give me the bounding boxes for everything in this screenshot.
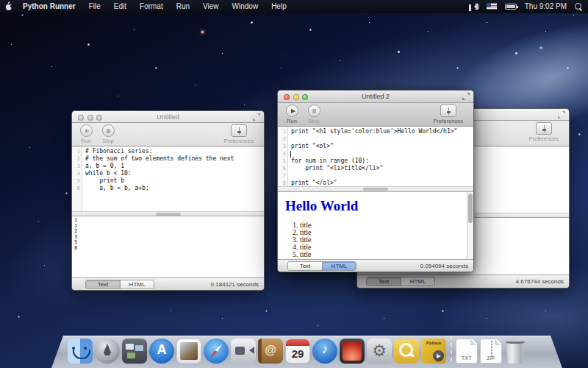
mission-control-icon[interactable] <box>122 339 147 364</box>
app-store-icon[interactable] <box>149 339 174 364</box>
menu-format[interactable]: Format <box>133 2 170 10</box>
code-text: # the sum of two elements defines the ne… <box>82 155 234 163</box>
segment-html-button[interactable]: HTML <box>401 277 434 286</box>
stop-button[interactable]: Stop <box>306 105 322 124</box>
line-number: 1 <box>278 128 288 135</box>
dock-divider <box>448 336 453 364</box>
preferences-button[interactable]: Preferences <box>529 122 559 142</box>
rendered-list-item: title <box>300 236 473 244</box>
segment-html-button[interactable]: HTML <box>322 262 356 270</box>
close-button[interactable] <box>78 115 84 121</box>
run-button[interactable]: Run <box>284 105 300 124</box>
execution-time: 0.054094 seconds <box>420 263 468 269</box>
app-menu-title[interactable]: Python Runner <box>16 2 82 10</box>
output-mode-segment: Text HTML <box>85 280 154 289</box>
preferences-button[interactable]: Preferences <box>224 124 254 144</box>
menu-run[interactable]: Run <box>170 2 196 10</box>
code-line: 1 print "<h1 style='color:blue'>Hello Wo… <box>278 128 473 135</box>
menu-window[interactable]: Window <box>226 2 265 10</box>
code-line: 5 for num in range (10): <box>278 158 473 165</box>
minimize-button[interactable] <box>87 115 93 121</box>
toolbar: Run Stop Preferences <box>278 103 473 127</box>
line-number: 7 <box>278 172 288 180</box>
zoom-button[interactable] <box>302 94 308 100</box>
window-untitled-2: Untitled 2 Run Stop Preferences <box>277 90 474 272</box>
horizontal-scrollbar[interactable] <box>72 211 264 216</box>
preferences-button[interactable]: Preferences <box>434 105 463 124</box>
code-text <box>288 135 291 143</box>
spotlight-icon[interactable] <box>575 3 582 10</box>
finder-icon[interactable] <box>68 339 93 364</box>
execution-time: 0.184121 seconds <box>211 281 259 288</box>
play-icon <box>286 105 298 117</box>
segment-text-button[interactable]: Text <box>367 277 401 286</box>
zip-file-icon[interactable]: ZIP <box>480 339 502 364</box>
stop-button[interactable]: Stop <box>100 124 116 144</box>
code-line: 2 # the sum of two elements defines the … <box>72 155 264 163</box>
preferences-slider-icon <box>440 105 456 117</box>
window-title: Untitled 2 <box>362 93 390 100</box>
trash-icon[interactable] <box>504 341 526 364</box>
system-preferences-icon[interactable] <box>367 339 392 364</box>
photo-booth-icon[interactable] <box>340 339 365 364</box>
title-bar[interactable]: Untitled <box>72 111 264 123</box>
line-number: 1 <box>72 148 82 155</box>
mail-icon[interactable] <box>176 339 201 364</box>
code-text: print "<ol>" <box>288 143 334 150</box>
html-output-pane[interactable]: Hello World titletitletitletitletitletit… <box>278 192 473 261</box>
code-text: print "<h1 style='color:blue'>Hello Worl… <box>288 128 457 135</box>
python-runner-icon[interactable]: Python <box>421 339 446 364</box>
menu-help[interactable]: Help <box>265 2 293 10</box>
code-line: 7 <box>278 172 473 180</box>
scrollbar-thumb[interactable] <box>156 213 181 216</box>
menu-view[interactable]: View <box>196 2 226 10</box>
fullscreen-icon[interactable] <box>253 113 260 121</box>
vertical-scrollbar[interactable] <box>467 192 473 261</box>
code-text: print "</ol>" <box>288 180 337 186</box>
scrollbar-thumb[interactable] <box>468 194 473 223</box>
scrollbar-thumb[interactable] <box>363 188 388 191</box>
output-pane[interactable]: 112358 <box>72 216 264 279</box>
volume-icon[interactable] <box>469 3 478 10</box>
code-line: 3 print "<ol>" <box>278 143 473 150</box>
stop-icon <box>308 105 320 117</box>
menu-edit[interactable]: Edit <box>107 2 133 10</box>
code-editor[interactable]: 1 # Fibonacci series: 2 # the sum of two… <box>72 146 264 211</box>
ical-icon[interactable]: 29 <box>285 339 310 364</box>
code-editor[interactable]: 1 print "<h1 style='color:blue'>Hello Wo… <box>278 127 473 186</box>
calendar-day: 29 <box>286 346 309 362</box>
line-number: 4 <box>72 170 82 177</box>
code-text: for num in range (10): <box>288 158 369 165</box>
fullscreen-icon[interactable] <box>462 93 470 100</box>
safari-icon[interactable] <box>204 339 229 364</box>
segment-html-button[interactable]: HTML <box>120 280 154 289</box>
itunes-icon[interactable] <box>312 339 337 364</box>
segment-text-button[interactable]: Text <box>86 280 120 289</box>
code-line: 4 <box>278 150 473 158</box>
run-button[interactable]: Run <box>78 124 94 144</box>
code-line: 3 a, b = 0, 1 <box>72 163 264 170</box>
apple-menu-icon[interactable] <box>0 0 16 13</box>
horizontal-scrollbar[interactable] <box>278 186 473 192</box>
input-source-flag-icon[interactable] <box>487 3 497 10</box>
facetime-icon[interactable] <box>231 339 256 364</box>
rendered-list-item: title <box>300 222 473 229</box>
output-line: 8 <box>74 246 264 252</box>
line-number: 4 <box>278 150 288 158</box>
preview-magnifier-icon[interactable] <box>394 339 419 364</box>
footer-bar: Text HTML 0.054094 seconds <box>278 259 473 272</box>
title-bar[interactable]: Untitled 2 <box>278 91 473 103</box>
address-book-icon[interactable] <box>258 339 283 364</box>
output-line: 3 <box>74 235 264 241</box>
zoom-button[interactable] <box>96 115 102 121</box>
launchpad-icon[interactable] <box>95 339 120 364</box>
segment-text-button[interactable]: Text <box>288 262 322 270</box>
txt-file-icon[interactable]: TXT <box>456 339 478 364</box>
code-text: a, b = b, a+b; <box>82 185 149 192</box>
menu-file[interactable]: File <box>82 2 107 10</box>
menu-clock[interactable]: Thu 9:02 PM <box>525 2 567 10</box>
battery-icon[interactable] <box>505 4 517 10</box>
close-button[interactable] <box>284 94 290 100</box>
fullscreen-icon[interactable] <box>558 111 565 118</box>
minimize-button[interactable] <box>293 94 299 100</box>
